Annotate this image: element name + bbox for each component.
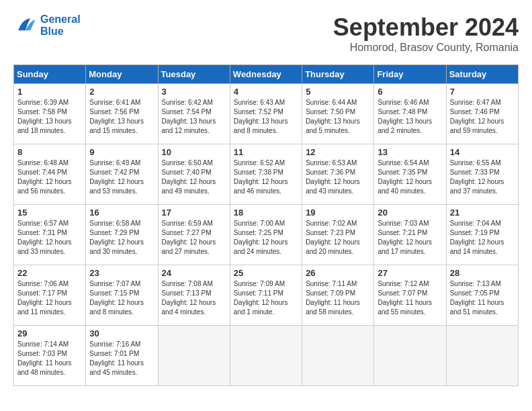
calendar-row: 8 Sunrise: 6:48 AMSunset: 7:44 PMDayligh…	[14, 144, 519, 205]
calendar-row: 29 Sunrise: 7:14 AMSunset: 7:03 PMDaylig…	[14, 326, 519, 386]
col-thursday: Thursday	[302, 65, 374, 84]
day-cell: 20 Sunrise: 7:03 AMSunset: 7:21 PMDaylig…	[374, 205, 446, 265]
logo: General Blue	[13, 13, 81, 38]
day-cell: 8 Sunrise: 6:48 AMSunset: 7:44 PMDayligh…	[14, 144, 86, 205]
day-cell: 2 Sunrise: 6:41 AMSunset: 7:56 PMDayligh…	[86, 84, 158, 144]
day-cell: 6 Sunrise: 6:46 AMSunset: 7:48 PMDayligh…	[374, 84, 446, 144]
header-row: Sunday Monday Tuesday Wednesday Thursday…	[14, 65, 519, 84]
day-cell: 23 Sunrise: 7:07 AMSunset: 7:15 PMDaylig…	[86, 265, 158, 326]
day-cell: 10 Sunrise: 6:50 AMSunset: 7:40 PMDaylig…	[158, 144, 230, 205]
empty-cell	[158, 326, 230, 386]
month-title: September 2024	[333, 13, 519, 42]
day-cell: 21 Sunrise: 7:04 AMSunset: 7:19 PMDaylig…	[446, 205, 518, 265]
col-tuesday: Tuesday	[158, 65, 230, 84]
location-title: Homorod, Brasov County, Romania	[333, 42, 519, 54]
day-cell: 17 Sunrise: 6:59 AMSunset: 7:27 PMDaylig…	[158, 205, 230, 265]
day-cell: 19 Sunrise: 7:02 AMSunset: 7:23 PMDaylig…	[302, 205, 374, 265]
day-cell: 9 Sunrise: 6:49 AMSunset: 7:42 PMDayligh…	[86, 144, 158, 205]
day-cell: 16 Sunrise: 6:58 AMSunset: 7:29 PMDaylig…	[86, 205, 158, 265]
page-header: General Blue September 2024 Homorod, Bra…	[13, 13, 519, 54]
calendar-row: 22 Sunrise: 7:06 AMSunset: 7:17 PMDaylig…	[14, 265, 519, 326]
day-cell: 11 Sunrise: 6:52 AMSunset: 7:38 PMDaylig…	[230, 144, 302, 205]
day-cell: 7 Sunrise: 6:47 AMSunset: 7:46 PMDayligh…	[446, 84, 518, 144]
col-monday: Monday	[86, 65, 158, 84]
day-cell: 4 Sunrise: 6:43 AMSunset: 7:52 PMDayligh…	[230, 84, 302, 144]
day-cell: 18 Sunrise: 7:00 AMSunset: 7:25 PMDaylig…	[230, 205, 302, 265]
empty-cell	[302, 326, 374, 386]
col-friday: Friday	[374, 65, 446, 84]
logo-text: General Blue	[40, 13, 81, 38]
day-cell: 25 Sunrise: 7:09 AMSunset: 7:11 PMDaylig…	[230, 265, 302, 326]
day-cell: 22 Sunrise: 7:06 AMSunset: 7:17 PMDaylig…	[14, 265, 86, 326]
day-cell: 14 Sunrise: 6:55 AMSunset: 7:33 PMDaylig…	[446, 144, 518, 205]
title-block: September 2024 Homorod, Brasov County, R…	[333, 13, 519, 54]
col-sunday: Sunday	[14, 65, 86, 84]
empty-cell	[230, 326, 302, 386]
day-cell: 3 Sunrise: 6:42 AMSunset: 7:54 PMDayligh…	[158, 84, 230, 144]
day-cell: 12 Sunrise: 6:53 AMSunset: 7:36 PMDaylig…	[302, 144, 374, 205]
calendar-table: Sunday Monday Tuesday Wednesday Thursday…	[13, 64, 519, 386]
calendar-row: 15 Sunrise: 6:57 AMSunset: 7:31 PMDaylig…	[14, 205, 519, 265]
col-wednesday: Wednesday	[230, 65, 302, 84]
day-cell: 1 Sunrise: 6:39 AMSunset: 7:58 PMDayligh…	[14, 84, 86, 144]
calendar-row: 1 Sunrise: 6:39 AMSunset: 7:58 PMDayligh…	[14, 84, 519, 144]
day-cell: 30 Sunrise: 7:16 AMSunset: 7:01 PMDaylig…	[86, 326, 158, 386]
empty-cell	[374, 326, 446, 386]
day-cell: 29 Sunrise: 7:14 AMSunset: 7:03 PMDaylig…	[14, 326, 86, 386]
day-cell: 5 Sunrise: 6:44 AMSunset: 7:50 PMDayligh…	[302, 84, 374, 144]
logo-icon	[13, 13, 38, 38]
day-cell: 15 Sunrise: 6:57 AMSunset: 7:31 PMDaylig…	[14, 205, 86, 265]
day-cell: 27 Sunrise: 7:12 AMSunset: 7:07 PMDaylig…	[374, 265, 446, 326]
col-saturday: Saturday	[446, 65, 518, 84]
day-cell: 13 Sunrise: 6:54 AMSunset: 7:35 PMDaylig…	[374, 144, 446, 205]
day-cell: 28 Sunrise: 7:13 AMSunset: 7:05 PMDaylig…	[446, 265, 518, 326]
empty-cell	[446, 326, 518, 386]
day-cell: 26 Sunrise: 7:11 AMSunset: 7:09 PMDaylig…	[302, 265, 374, 326]
day-cell: 24 Sunrise: 7:08 AMSunset: 7:13 PMDaylig…	[158, 265, 230, 326]
